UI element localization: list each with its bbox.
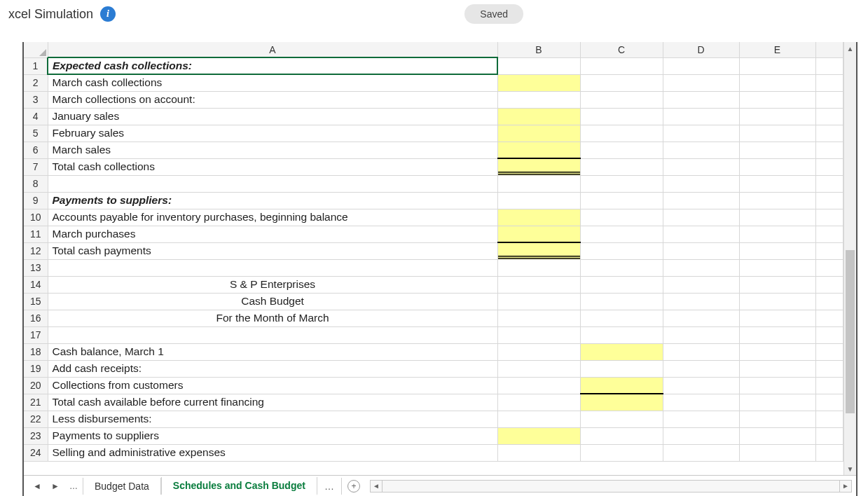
cell-c[interactable] xyxy=(580,108,663,125)
cell-d[interactable] xyxy=(663,175,739,192)
grid-row[interactable]: 16For the Month of March xyxy=(24,310,843,326)
hscroll-left-icon[interactable]: ◄ xyxy=(370,480,383,492)
grid-row[interactable]: 24Selling and administrative expenses xyxy=(24,444,843,461)
hscroll-track[interactable] xyxy=(383,480,839,492)
row-header[interactable]: 10 xyxy=(24,209,48,226)
tab-next-icon[interactable]: ► xyxy=(48,478,63,494)
cell-e[interactable] xyxy=(739,74,815,91)
col-header-e[interactable]: E xyxy=(739,42,815,57)
cell-e[interactable] xyxy=(739,209,815,226)
cell-b[interactable] xyxy=(497,293,580,310)
cell-e[interactable] xyxy=(739,343,815,360)
cell-c[interactable] xyxy=(580,226,663,242)
cell-a[interactable]: Total cash available before current fina… xyxy=(48,394,497,411)
cell-e[interactable] xyxy=(739,175,815,192)
cell-e[interactable] xyxy=(739,242,815,259)
grid-row[interactable]: 22Less disbursements: xyxy=(24,411,843,427)
cell-d[interactable] xyxy=(663,427,739,444)
cell-b[interactable] xyxy=(497,142,580,158)
cell-a[interactable]: March collections on account: xyxy=(48,91,497,108)
cell-d[interactable] xyxy=(663,276,739,293)
grid-row[interactable]: 9Payments to suppliers: xyxy=(24,192,843,209)
grid-row[interactable]: 18Cash balance, March 1 xyxy=(24,343,843,360)
cell-e[interactable] xyxy=(739,142,815,158)
cell-d[interactable] xyxy=(663,108,739,125)
col-header-d[interactable]: D xyxy=(663,42,739,57)
cell-b[interactable] xyxy=(497,192,580,209)
horizontal-scrollbar[interactable]: ◄ ► xyxy=(370,480,852,492)
cell-d[interactable] xyxy=(663,394,739,411)
cell-c[interactable] xyxy=(580,209,663,226)
tab-prev-icon[interactable]: ◄ xyxy=(29,478,45,494)
row-header[interactable]: 9 xyxy=(24,192,48,209)
cell-c[interactable] xyxy=(580,242,663,259)
cell-d[interactable] xyxy=(663,74,739,91)
cell-b[interactable] xyxy=(497,259,580,276)
cell-a[interactable]: Cash balance, March 1 xyxy=(48,343,497,360)
cell-a[interactable]: March purchases xyxy=(48,226,497,242)
tab-more-icon[interactable]: … xyxy=(66,478,81,494)
cell-d[interactable] xyxy=(663,259,739,276)
col-header-b[interactable]: B xyxy=(497,42,580,57)
cell-c[interactable] xyxy=(580,444,663,461)
col-header-c[interactable]: C xyxy=(580,42,663,57)
cell-a[interactable]: Total cash payments xyxy=(48,242,497,259)
grid-row[interactable]: 6March sales xyxy=(24,142,843,158)
cell-a[interactable] xyxy=(48,326,497,343)
cell-a[interactable]: Cash Budget xyxy=(48,293,497,310)
hscroll-right-icon[interactable]: ► xyxy=(839,480,852,492)
cell-a[interactable]: Accounts payable for inventory purchases… xyxy=(48,209,497,226)
cell-b[interactable] xyxy=(497,108,580,125)
row-header[interactable]: 16 xyxy=(24,310,48,326)
cell-b[interactable] xyxy=(497,276,580,293)
cell-d[interactable] xyxy=(663,226,739,242)
cell-c[interactable] xyxy=(580,175,663,192)
add-sheet-icon[interactable]: + xyxy=(347,480,360,492)
row-header[interactable]: 3 xyxy=(24,91,48,108)
cell-e[interactable] xyxy=(739,310,815,326)
row-header[interactable]: 19 xyxy=(24,360,48,377)
cell-b[interactable] xyxy=(497,158,580,175)
cell-d[interactable] xyxy=(663,158,739,175)
cell-d[interactable] xyxy=(663,125,739,142)
row-header[interactable]: 14 xyxy=(24,276,48,293)
row-header[interactable]: 6 xyxy=(24,142,48,158)
row-header[interactable]: 13 xyxy=(24,259,48,276)
grid-row[interactable]: 15Cash Budget xyxy=(24,293,843,310)
spreadsheet-grid[interactable]: A B C D E 1Expected cash collections:2Ma… xyxy=(24,42,843,462)
cell-c[interactable] xyxy=(580,74,663,91)
cell-e[interactable] xyxy=(739,125,815,142)
row-header[interactable]: 20 xyxy=(24,377,48,394)
scroll-thumb[interactable] xyxy=(846,250,855,413)
info-icon[interactable]: i xyxy=(100,6,116,22)
grid-row[interactable]: 21Total cash available before current fi… xyxy=(24,394,843,411)
cell-b[interactable] xyxy=(497,343,580,360)
scroll-track[interactable] xyxy=(844,55,856,462)
scroll-down-icon[interactable]: ▼ xyxy=(844,462,856,475)
cell-b[interactable] xyxy=(497,74,580,91)
vertical-scrollbar[interactable]: ▲ ▼ xyxy=(843,42,856,475)
row-header[interactable]: 5 xyxy=(24,125,48,142)
cell-e[interactable] xyxy=(739,411,815,427)
cell-b[interactable] xyxy=(497,326,580,343)
cell-c[interactable] xyxy=(580,259,663,276)
cell-a[interactable]: January sales xyxy=(48,108,497,125)
cell-d[interactable] xyxy=(663,242,739,259)
cell-e[interactable] xyxy=(739,377,815,394)
row-header[interactable]: 7 xyxy=(24,158,48,175)
cell-b[interactable] xyxy=(497,444,580,461)
grid-row[interactable]: 23Payments to suppliers xyxy=(24,427,843,444)
grid-row[interactable]: 2March cash collections xyxy=(24,74,843,91)
row-header[interactable]: 8 xyxy=(24,175,48,192)
grid-row[interactable]: 10Accounts payable for inventory purchas… xyxy=(24,209,843,226)
cell-e[interactable] xyxy=(739,326,815,343)
row-header[interactable]: 4 xyxy=(24,108,48,125)
cell-a[interactable]: February sales xyxy=(48,125,497,142)
row-header[interactable]: 15 xyxy=(24,293,48,310)
cell-c[interactable] xyxy=(580,411,663,427)
cell-c[interactable] xyxy=(580,125,663,142)
grid-row[interactable]: 3March collections on account: xyxy=(24,91,843,108)
cell-e[interactable] xyxy=(739,108,815,125)
tab-schedules-cash-budget[interactable]: Schedules and Cash Budget xyxy=(161,477,317,495)
grid-row[interactable]: 1Expected cash collections: xyxy=(24,57,843,74)
